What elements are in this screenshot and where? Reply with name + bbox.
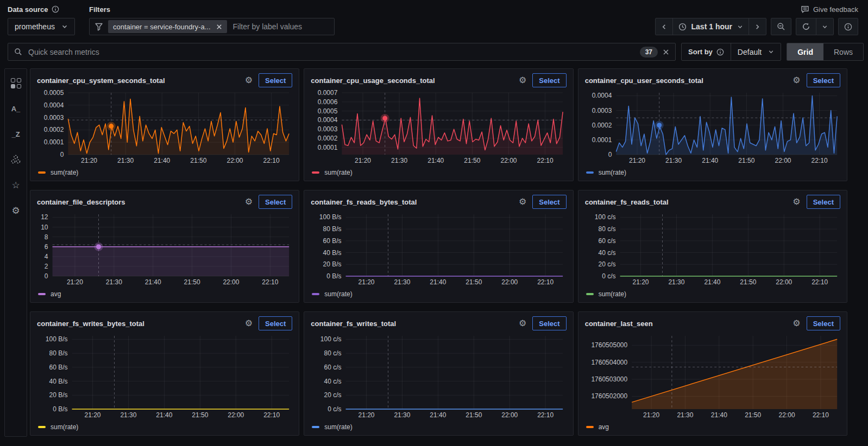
panel-chart[interactable]: 00.00010.00020.00030.000421:2021:3021:40… bbox=[585, 88, 840, 165]
metric-search-input[interactable] bbox=[27, 47, 635, 57]
svg-text:22:10: 22:10 bbox=[263, 411, 280, 419]
panel-title: container_file_descriptors bbox=[37, 198, 239, 206]
legend-series-label: avg bbox=[51, 290, 61, 298]
chart-svg[interactable]: 02468101221:2021:3021:4021:5022:0022:10 bbox=[37, 210, 292, 287]
svg-text:1760503000: 1760503000 bbox=[591, 375, 627, 383]
panel-config-gear-icon[interactable]: ⚙ bbox=[245, 319, 253, 328]
metric-search-box[interactable]: 37 bbox=[8, 43, 676, 61]
panel-legend-item[interactable]: sum(rate) bbox=[311, 165, 566, 180]
panel-legend-item[interactable]: sum(rate) bbox=[311, 420, 566, 434]
datasource-picker[interactable]: prometheus bbox=[8, 18, 75, 35]
panel-select-button[interactable]: Select bbox=[807, 316, 840, 330]
filter-funnel-icon bbox=[95, 22, 103, 31]
panel-config-gear-icon[interactable]: ⚙ bbox=[519, 197, 526, 206]
metric-prefix-filter-icon[interactable] bbox=[9, 77, 22, 90]
sort-select[interactable]: Default bbox=[731, 43, 781, 60]
panel-select-button[interactable]: Select bbox=[259, 195, 292, 209]
panel-config-gear-icon[interactable]: ⚙ bbox=[245, 197, 253, 206]
svg-text:21:20: 21:20 bbox=[643, 411, 659, 419]
panel-chart[interactable]: 02468101221:2021:3021:4021:5022:0022:10 bbox=[37, 210, 292, 287]
filters-label-row: Filters bbox=[89, 3, 335, 15]
panel-legend-item[interactable]: sum(rate) bbox=[585, 287, 840, 301]
panel-select-button[interactable]: Select bbox=[259, 316, 292, 330]
remove-filter-icon[interactable] bbox=[216, 24, 222, 30]
panel-title: container_fs_reads_bytes_total bbox=[311, 198, 513, 206]
panel-header: container_cpu_usage_seconds_total ⚙ Sele… bbox=[311, 72, 566, 88]
sort-control: Sort by Default bbox=[681, 43, 781, 61]
chart-svg[interactable]: 00.00010.00020.00030.000421:2021:3021:40… bbox=[585, 88, 840, 165]
svg-text:22:00: 22:00 bbox=[227, 157, 243, 164]
panel-config-gear-icon[interactable]: ⚙ bbox=[792, 197, 800, 206]
panel-chart[interactable]: 1760502000176050300017605040001760505000… bbox=[585, 332, 840, 420]
panel-chart[interactable]: 0.00010.00020.00030.00040.00050.00060.00… bbox=[311, 88, 566, 165]
filter-values-input[interactable] bbox=[232, 22, 329, 31]
panel-legend-item[interactable]: sum(rate) bbox=[37, 420, 292, 434]
panel-title: container_cpu_usage_seconds_total bbox=[311, 77, 513, 85]
metric-panel: container_fs_writes_total ⚙ Select 0 c/s… bbox=[304, 311, 573, 436]
chart-svg[interactable]: 00.00010.00020.00030.00040.000521:2021:3… bbox=[37, 88, 292, 165]
svg-text:22:10: 22:10 bbox=[537, 157, 553, 164]
svg-text:22:00: 22:00 bbox=[502, 411, 518, 419]
legend-series-color bbox=[38, 426, 46, 428]
sort-alphabetical-desc-icon[interactable]: _Z bbox=[9, 128, 22, 141]
panel-config-gear-icon[interactable]: ⚙ bbox=[792, 76, 800, 85]
bookmarks-star-icon[interactable]: ☆ bbox=[9, 179, 22, 192]
clear-search-icon[interactable] bbox=[663, 49, 669, 55]
view-rows-option[interactable]: Rows bbox=[823, 43, 863, 60]
view-grid-option[interactable]: Grid bbox=[787, 43, 823, 60]
panel-header: container_cpu_system_seconds_total ⚙ Sel… bbox=[37, 72, 292, 88]
panel-select-button[interactable]: Select bbox=[807, 195, 840, 209]
panel-legend-item[interactable]: sum(rate) bbox=[37, 165, 292, 180]
refresh-button[interactable] bbox=[796, 18, 816, 35]
info-button[interactable] bbox=[838, 18, 858, 35]
chart-svg[interactable]: 1760502000176050300017605040001760505000… bbox=[585, 332, 840, 420]
panel-chart[interactable]: 0 B/s20 B/s40 B/s60 B/s80 B/s100 B/s21:2… bbox=[311, 210, 566, 287]
info-icon bbox=[844, 23, 852, 31]
svg-text:21:50: 21:50 bbox=[466, 411, 482, 419]
panel-chart[interactable]: 00.00010.00020.00030.00040.000521:2021:3… bbox=[37, 88, 292, 165]
svg-text:21:20: 21:20 bbox=[85, 411, 101, 419]
time-shift-back-button[interactable] bbox=[655, 18, 673, 35]
panel-legend-item[interactable]: avg bbox=[585, 420, 840, 434]
info-icon[interactable] bbox=[52, 5, 59, 13]
panel-select-button[interactable]: Select bbox=[259, 73, 292, 87]
give-feedback-link[interactable]: Give feedback bbox=[801, 3, 858, 15]
panel-chart[interactable]: 0 c/s20 c/s40 c/s60 c/s80 c/s100 c/s21:2… bbox=[311, 332, 566, 420]
metrics-grid: container_cpu_system_seconds_total ⚙ Sel… bbox=[30, 68, 847, 437]
refresh-interval-dropdown[interactable] bbox=[816, 18, 834, 35]
panel-config-gear-icon[interactable]: ⚙ bbox=[519, 76, 526, 85]
info-icon[interactable] bbox=[716, 48, 724, 56]
panel-select-button[interactable]: Select bbox=[532, 73, 566, 87]
svg-text:8: 8 bbox=[45, 233, 48, 241]
time-shift-forward-button[interactable] bbox=[749, 18, 766, 35]
panel-chart[interactable]: 0 B/s20 B/s40 B/s60 B/s80 B/s100 B/s21:2… bbox=[37, 332, 292, 420]
panel-legend-item[interactable]: avg bbox=[37, 287, 292, 301]
sort-alphabetical-asc-icon[interactable]: A_ bbox=[9, 102, 22, 115]
panel-legend-item[interactable]: sum(rate) bbox=[585, 165, 840, 180]
svg-text:21:50: 21:50 bbox=[192, 411, 208, 419]
svg-text:21:40: 21:40 bbox=[430, 411, 446, 419]
settings-gear-icon[interactable]: ⚙ bbox=[9, 204, 22, 217]
panel-select-button[interactable]: Select bbox=[532, 195, 566, 209]
panel-select-button[interactable]: Select bbox=[532, 316, 566, 330]
sort-by-label: Sort by bbox=[688, 48, 713, 56]
chart-svg[interactable]: 0 B/s20 B/s40 B/s60 B/s80 B/s100 B/s21:2… bbox=[311, 210, 566, 287]
data-source-label-row: Data source bbox=[8, 3, 75, 15]
panel-config-gear-icon[interactable]: ⚙ bbox=[245, 76, 253, 85]
legend-series-label: sum(rate) bbox=[324, 423, 352, 431]
panel-config-gear-icon[interactable]: ⚙ bbox=[792, 319, 800, 328]
chart-svg[interactable]: 0 B/s20 B/s40 B/s60 B/s80 B/s100 B/s21:2… bbox=[37, 332, 292, 420]
time-range-picker[interactable]: Last 1 hour bbox=[672, 18, 749, 35]
chart-svg[interactable]: 0 c/s20 c/s40 c/s60 c/s80 c/s100 c/s21:2… bbox=[311, 332, 566, 420]
filter-chip[interactable]: container = service-foundry-a... bbox=[108, 20, 227, 33]
svg-text:0.0001: 0.0001 bbox=[44, 138, 64, 146]
filters-input[interactable]: container = service-foundry-a... bbox=[89, 18, 335, 35]
panel-config-gear-icon[interactable]: ⚙ bbox=[519, 319, 526, 328]
chart-svg[interactable]: 0.00010.00020.00030.00040.00050.00060.00… bbox=[311, 88, 566, 165]
zoom-out-button[interactable] bbox=[771, 18, 791, 35]
chart-svg[interactable]: 0 c/s20 c/s40 c/s60 c/s80 c/s100 c/s21:2… bbox=[585, 210, 840, 287]
group-by-labels-icon[interactable] bbox=[9, 153, 22, 166]
panel-legend-item[interactable]: sum(rate) bbox=[311, 287, 566, 301]
panel-select-button[interactable]: Select bbox=[807, 73, 840, 87]
panel-chart[interactable]: 0 c/s20 c/s40 c/s60 c/s80 c/s100 c/s21:2… bbox=[585, 210, 840, 287]
